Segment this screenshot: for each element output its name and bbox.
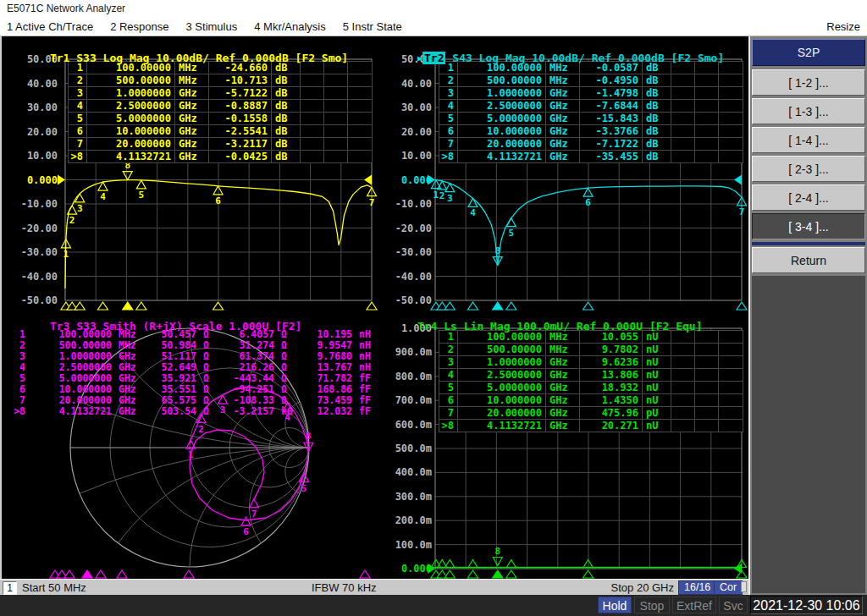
tr2-trace [435, 180, 742, 266]
marker-row: 610.000000GHz-2.5541dB [69, 125, 373, 138]
marker-row: 720.000000GHz65.575Ω-108.33Ω73.459fF [8, 395, 381, 406]
softkey-filler [752, 276, 865, 593]
tr2-marker-2: 2 [438, 181, 447, 201]
tr1-marker-3: 3 [75, 194, 85, 214]
bottom-bar: Hold Stop ExtRef Svc 2021-12-30 10:06 [0, 595, 867, 616]
y-axis-label: 20.00 [3, 126, 58, 138]
tr3-marker-6: 6 [241, 517, 251, 537]
tr2-marker-4: 4 [468, 198, 478, 218]
marker-row: >84.1132721GHz20.271nU [439, 420, 743, 432]
y-axis-label: -40.00 [3, 271, 58, 283]
marker-row: 55.0000000GHz35.921Ω-443.44Ω71.782fF [8, 373, 381, 384]
tr4-marker-4 [468, 560, 478, 568]
svg-text:2: 2 [69, 215, 75, 226]
tr4-marker-2 [438, 560, 447, 568]
hold-indicator: Hold [598, 597, 632, 613]
svg-text:8: 8 [494, 245, 500, 256]
tr4-marker-3 [445, 560, 455, 568]
softkey-button-1-3[interactable]: [ 1-3 ]... [752, 98, 865, 124]
marker-row: 42.5000000GHz-7.6844dB [439, 100, 743, 113]
svg-text:3: 3 [77, 203, 83, 214]
svg-text:7: 7 [251, 509, 257, 520]
tr3-marker-2: 2 [196, 415, 206, 435]
y-axis-label: -10.00 [378, 198, 432, 210]
y-axis-label: -50.00 [378, 294, 432, 306]
stop-indicator: Stop [634, 597, 670, 613]
tr1-header[interactable]: Tr1 S33 Log Mag 10.00dB/ Ref 0.000dB [F2… [10, 39, 348, 77]
svg-text:8: 8 [306, 431, 312, 442]
marker-row: 42.5000000GHz-0.8887dB [69, 100, 373, 113]
resize-button[interactable]: Resize [826, 20, 860, 33]
correction-badge: Cor [714, 580, 743, 595]
svg-text:6: 6 [243, 526, 249, 537]
tr2-marker-6: 6 [583, 188, 593, 208]
svg-text:3: 3 [447, 193, 453, 204]
tr4-marker-6 [583, 560, 593, 568]
softkey-sidebar: S2P [ 1-2 ]...[ 1-3 ]...[ 1-4 ]...[ 2-3 … [748, 36, 867, 595]
svg-text:1: 1 [188, 449, 194, 460]
tr2-marker-1: 1 [431, 180, 440, 201]
menu-item-5[interactable]: 5 Instr State [343, 20, 402, 33]
svg-text:2: 2 [439, 190, 445, 201]
tr3-stimulus-markers [50, 570, 370, 578]
marker-row: 42.5000000GHz52.649Ω216.26Ω13.767nH [8, 362, 381, 373]
tr1-label: Tr1 [50, 52, 69, 64]
softkey-button-2-4[interactable]: [ 2-4 ]... [752, 184, 865, 211]
y-axis-label: 900.0m [378, 346, 432, 358]
tr3-marker-5: 5 [300, 474, 309, 494]
y-axis-label: 30.00 [378, 102, 432, 113]
menu-item-2[interactable]: 2 Response [110, 20, 168, 33]
menu-item-4[interactable]: 4 Mkr/Analysis [254, 20, 326, 33]
tr1-marker-5: 5 [136, 180, 146, 201]
marker-row: 55.0000000GHz-15.843dB [439, 113, 743, 125]
tr3-header-text: S33 Smith (R+jX) Scale 1.000U [F2] [69, 320, 301, 333]
window-title: E5071C Network Analyzer [0, 0, 867, 18]
svg-text:5: 5 [139, 190, 145, 201]
tr4-header-text: Ls Lin Mag 100.0mU/ Ref 0.000U [F2 Equ] [437, 320, 702, 333]
marker-row: 610.000000GHz1.4350nU [439, 394, 743, 407]
y-axis-label: 40.00 [378, 78, 432, 90]
y-axis-label: 40.00 [3, 78, 58, 90]
svg-text:8: 8 [494, 546, 500, 557]
datetime-display: 2021-12-30 10:06 [750, 596, 863, 614]
menu-item-1[interactable]: 1 Active Ch/Trace [7, 20, 93, 33]
svg-text:1: 1 [64, 249, 69, 260]
marker-row: 720.000000GHz-3.2117dB [69, 138, 373, 151]
softkey-button-1-2[interactable]: [ 1-2 ]... [752, 69, 865, 96]
tr2-marker-3: 3 [445, 184, 455, 204]
sweep-count-badge: 16/16 [678, 580, 716, 595]
tr4-marker-7 [737, 560, 747, 568]
softkey-button-2-3[interactable]: [ 2-3 ]... [752, 156, 865, 182]
svc-indicator: Svc [719, 597, 748, 613]
marker-row: 610.000000GHz35.551Ω-94.251Ω168.86fF [8, 384, 381, 395]
tr3-header[interactable]: Tr3 S33 Smith (R+jX) Scale 1.000U [F2] [10, 307, 301, 345]
softkey-button-1-4[interactable]: [ 1-4 ]... [752, 127, 865, 153]
y-axis-label: -40.00 [378, 271, 432, 283]
extref-indicator: ExtRef [672, 597, 716, 613]
y-axis-label: 200.0m [378, 514, 432, 526]
y-axis-label: 10.00 [378, 150, 432, 162]
tr4-marker-8: 8 [493, 546, 502, 566]
tr2-ref-arrows [428, 175, 742, 185]
y-axis-label: 100.0m [378, 539, 432, 551]
marker-row: 610.000000GHz-3.3766dB [439, 125, 743, 138]
return-button[interactable]: Return [752, 247, 865, 273]
tr1-ref-arrows [58, 175, 372, 185]
marker-row: 31.0000000GHz-5.7122dB [69, 87, 373, 100]
tr1-marker-2: 2 [68, 206, 77, 226]
y-axis-label: 0.000 [3, 174, 58, 186]
marker-row: 42.5000000GHz13.806nU [439, 369, 743, 382]
tr2-header[interactable]: ▶Tr2 S43 Log Mag 10.00dB/ Ref 0.000dB [F… [378, 39, 724, 77]
menu-item-3[interactable]: 3 Stimulus [186, 20, 238, 33]
y-axis-label: 700.0m [378, 394, 432, 406]
softkey-button-3-4[interactable]: [ 3-4 ]... [752, 213, 865, 239]
marker-row: >84.1132721GHz-35.455dB [439, 151, 743, 163]
tr1-marker-7: 7 [367, 188, 377, 208]
svg-text:5: 5 [301, 483, 307, 494]
tr4-header[interactable]: Tr4 Ls Lin Mag 100.0mU/ Ref 0.000U [F2 E… [378, 307, 703, 345]
y-axis-label: -10.00 [3, 198, 58, 210]
tr1-header-text: S33 Log Mag 10.00dB/ Ref 0.000dB [F2 Smo… [69, 52, 348, 64]
tr4-ref-arrows [428, 564, 742, 574]
y-axis-label: 20.00 [378, 126, 432, 138]
marker-row: 55.0000000GHz18.932nU [439, 382, 743, 394]
